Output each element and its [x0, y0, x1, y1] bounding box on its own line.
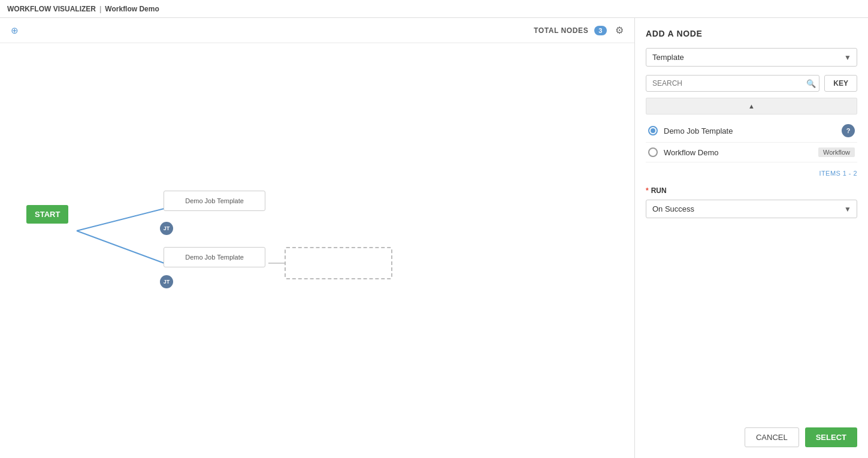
list-item: Workflow Demo Workflow [646, 143, 857, 162]
action-buttons: CANCEL SELECT [646, 421, 857, 447]
title-bar: WORKFLOW VISUALIZER | Workflow Demo [0, 0, 868, 18]
items-count: ITEMS 1 - 2 [646, 170, 857, 177]
search-input-wrapper: 🔍 [646, 75, 819, 92]
search-button[interactable]: 🔍 [806, 79, 816, 88]
svg-line-0 [77, 209, 164, 231]
canvas-header: ⊕ TOTAL NODES 3 ⚙ [0, 18, 634, 43]
template-list: Demo Job Template ? Workflow Demo Workfl… [646, 119, 857, 162]
key-button[interactable]: KEY [824, 75, 857, 92]
node-type-dropdown-wrapper: Template Workflow Template Project Sync … [646, 48, 857, 67]
right-panel: ADD A NODE Template Workflow Template Pr… [634, 18, 868, 458]
workflow-type-badge: Workflow [818, 147, 855, 157]
main-layout: ⊕ TOTAL NODES 3 ⚙ START [0, 18, 868, 458]
panel-title: ADD A NODE [646, 29, 857, 38]
help-circle-button[interactable]: ⊕ [8, 24, 21, 37]
node-type-dropdown[interactable]: Template Workflow Template Project Sync … [646, 48, 857, 67]
canvas-header-left: ⊕ [8, 24, 21, 37]
run-dropdown-wrapper: On Success On Failure Always ▼ [646, 200, 857, 218]
node-badge-2: JT [160, 275, 173, 288]
select-button[interactable]: SELECT [805, 427, 857, 447]
run-section: * RUN On Success On Failure Always ▼ [646, 186, 857, 227]
item-name-2: Workflow Demo [664, 148, 812, 157]
template-node-2-label: Demo Job Template [185, 254, 244, 261]
template-node-1-label: Demo Job Template [185, 197, 244, 204]
app-name: WORKFLOW VISUALIZER [7, 5, 96, 13]
cancel-button[interactable]: CANCEL [745, 427, 799, 447]
start-node-label: START [35, 210, 60, 219]
title-separator: | [99, 5, 101, 13]
radio-button-2[interactable] [648, 147, 658, 157]
run-label-text: RUN [651, 186, 667, 195]
search-row: 🔍 KEY [646, 75, 857, 92]
template-node-1[interactable]: Demo Job Template [164, 191, 265, 211]
list-item: Demo Job Template ? [646, 119, 857, 143]
node-count-badge: 3 [594, 26, 607, 35]
workflow-name: Workflow Demo [105, 5, 159, 13]
required-star: * [646, 186, 649, 195]
start-node[interactable]: START [26, 205, 68, 224]
radio-button-1[interactable] [648, 126, 658, 135]
total-nodes-label: TOTAL NODES [534, 26, 588, 35]
settings-button[interactable]: ⚙ [613, 23, 626, 37]
add-node-placeholder[interactable] [285, 247, 392, 279]
item-help-icon-1[interactable]: ? [842, 124, 855, 137]
run-label: * RUN [646, 186, 857, 195]
canvas-area: ⊕ TOTAL NODES 3 ⚙ START [0, 18, 634, 458]
collapse-bar[interactable]: ▲ [646, 98, 857, 115]
workflow-canvas: START Demo Job Template Demo Job Templat… [0, 43, 634, 458]
search-input[interactable] [646, 75, 819, 92]
svg-line-1 [77, 231, 164, 263]
collapse-arrow-icon: ▲ [748, 103, 755, 110]
run-dropdown[interactable]: On Success On Failure Always [646, 200, 857, 218]
node-badge-1: JT [160, 222, 173, 235]
template-node-2[interactable]: Demo Job Template [164, 247, 265, 267]
item-name-1: Demo Job Template [664, 126, 836, 135]
canvas-header-right: TOTAL NODES 3 ⚙ [534, 23, 626, 37]
